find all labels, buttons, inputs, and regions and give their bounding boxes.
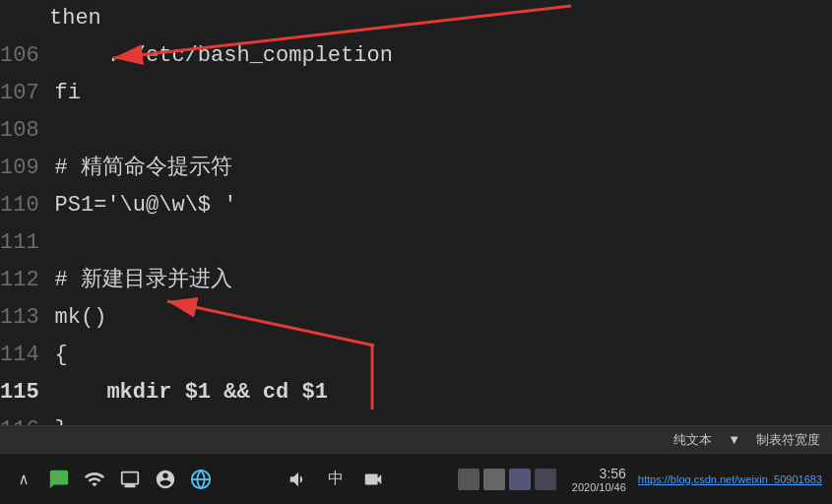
code-editor: then 106 . /etc/bash_completion 107 fi 1… — [0, 0, 832, 425]
code-line-111: 111 — [0, 224, 832, 262]
code-line-110: 110 PS1='\u@\w\$ ' — [0, 187, 832, 224]
taskbar-display-icon[interactable] — [116, 466, 144, 493]
taskbar-time: 3:56 — [600, 466, 626, 481]
taskbar-icons-group — [458, 469, 556, 490]
code-line-115: 115 mkdir $1 && cd $1 — [0, 374, 832, 411]
code-line-106: 106 . /etc/bash_completion — [0, 37, 832, 75]
taskbar-camera-icon[interactable] — [359, 466, 387, 493]
taskbar-url[interactable]: https://blog.csdn.net/weixin_50901683 — [638, 473, 822, 485]
sys-icon-4[interactable] — [535, 469, 556, 490]
taskbar-right: 3:56 2020/10/46 https://blog.csdn.net/we… — [458, 466, 822, 493]
taskbar-center: 中 — [285, 466, 387, 493]
taskbar-network-icon[interactable] — [187, 466, 215, 493]
taskbar-volume-icon[interactable] — [285, 466, 312, 493]
code-line-108: 108 — [0, 112, 832, 150]
code-line-109: 109 # 精简命令提示符 — [0, 150, 832, 187]
code-line-113: 113 mk() — [0, 299, 832, 337]
code-line-112: 112 # 新建目录并进入 — [0, 262, 832, 299]
taskbar-datetime: 3:56 2020/10/46 — [572, 466, 626, 493]
code-line-107: 107 fi — [0, 75, 832, 112]
sys-icon-3[interactable] — [509, 469, 531, 490]
taskbar-chat-icon[interactable] — [45, 466, 73, 493]
dropdown-arrow[interactable]: ▼ — [728, 432, 740, 447]
taskbar-link-area: https://blog.csdn.net/weixin_50901683 — [638, 472, 822, 486]
taskbar-chevron-icon[interactable]: ∧ — [10, 466, 37, 493]
status-bar: 纯文本 ▼ 制表符宽度 — [0, 425, 832, 453]
text-type-label[interactable]: 纯文本 — [673, 431, 712, 449]
tab-label[interactable]: 制表符宽度 — [756, 431, 820, 449]
taskbar-settings-icon[interactable] — [152, 466, 179, 493]
code-line-116: 116 } — [0, 411, 832, 425]
code-line-114: 114 { — [0, 337, 832, 374]
taskbar: ∧ — [0, 453, 832, 504]
taskbar-left: ∧ — [10, 466, 215, 493]
sys-icon-2[interactable] — [483, 469, 505, 490]
sys-icon-1[interactable] — [458, 469, 480, 490]
taskbar-wifi-icon[interactable] — [81, 466, 108, 493]
code-line-then: then — [0, 0, 832, 37]
taskbar-date: 2020/10/46 — [572, 481, 626, 493]
taskbar-lang-label[interactable]: 中 — [322, 466, 350, 493]
